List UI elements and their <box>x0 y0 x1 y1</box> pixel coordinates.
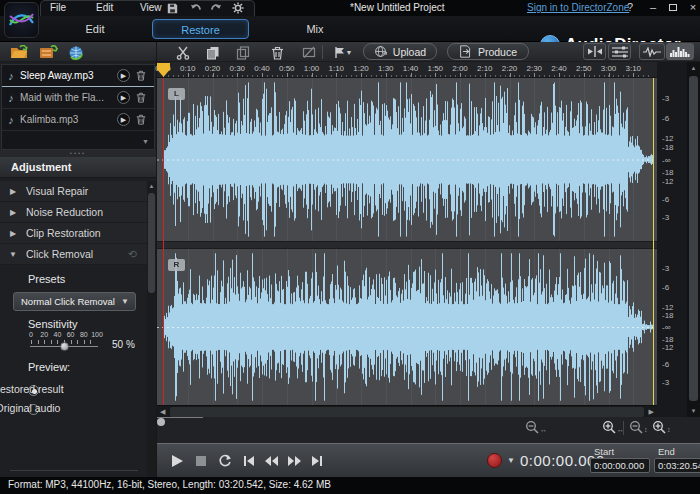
db-tick-label: -6 <box>662 360 669 369</box>
ruler-tick-label: 0:10 <box>180 64 196 73</box>
zoom-out-horizontal-icon[interactable]: ↔ <box>525 420 547 434</box>
file-row[interactable]: ♪Sleep Away.mp3▶ <box>2 65 154 87</box>
tab-edit[interactable]: Edit <box>60 19 130 39</box>
zoom-in-vertical-icon[interactable]: ↕ <box>652 420 671 434</box>
horizontal-scrollbar[interactable]: ◀ ▶ <box>157 405 657 417</box>
fit-selection-button[interactable] <box>583 43 606 60</box>
help-button[interactable]: ? <box>622 1 638 14</box>
ruler-tick-label: 2:20 <box>502 64 518 73</box>
waveform-view-button[interactable] <box>639 43 665 60</box>
channel-divider <box>157 241 657 249</box>
panel-splitter[interactable]: •••• <box>0 150 156 157</box>
preview-radio-original[interactable]: Original audio <box>28 400 147 419</box>
reset-icon[interactable]: ⟲ <box>128 248 137 261</box>
settings-gear-icon[interactable] <box>230 1 246 15</box>
sensitivity-label: Sensitivity <box>28 318 78 330</box>
play-preview-button[interactable]: ▶ <box>117 91 130 104</box>
ruler-tick-label: 3:00 <box>601 64 617 73</box>
scroll-up-icon[interactable]: ▲ <box>148 183 155 189</box>
preset-dropdown[interactable]: Normal Click Removal ▼ <box>13 292 136 311</box>
stop-button[interactable] <box>191 452 211 470</box>
trim-icon[interactable] <box>299 44 319 61</box>
preview-radio-restored[interactable]: Restored result <box>28 381 147 400</box>
signin-directorzone-link[interactable]: Sign in to DirectorZone <box>527 2 629 13</box>
db-tick-label: -6 <box>662 195 669 204</box>
remove-file-icon[interactable] <box>136 92 150 103</box>
undo-icon[interactable] <box>188 1 204 15</box>
scrollbar-thumb[interactable] <box>689 76 698 401</box>
scroll-down-icon[interactable]: ▼ <box>690 408 697 414</box>
waveform-left-channel[interactable] <box>157 78 657 241</box>
adjustment-section-clip-restoration[interactable]: ▶Clip Restoration <box>0 223 147 244</box>
close-button[interactable]: × <box>685 1 700 14</box>
loop-button[interactable] <box>215 452 235 470</box>
copy-icon[interactable] <box>203 44 223 61</box>
vertical-scrollbar[interactable]: ▲ ▼ <box>687 62 700 417</box>
menu-file[interactable]: File <box>50 2 66 13</box>
menu-edit[interactable]: Edit <box>96 2 113 13</box>
file-list-scroll-down-icon[interactable]: ▼ <box>142 138 149 145</box>
record-button[interactable] <box>487 453 502 468</box>
remove-file-icon[interactable] <box>136 114 150 125</box>
status-bar: Format: MP3, 44100Hz, 16-bit, Stereo, Le… <box>0 477 700 494</box>
end-field: End0:03:20.542 <box>654 446 700 473</box>
file-row[interactable]: ♪Maid with the Fla...▶ <box>2 87 154 109</box>
title-bar: FileEditView *New Untitled Project Sign … <box>0 0 700 16</box>
expand-arrow-icon: ▶ <box>0 229 26 238</box>
file-name: Maid with the Fla... <box>20 92 117 103</box>
import-audio-icon[interactable] <box>38 44 58 61</box>
clip-end-marker[interactable] <box>653 78 654 405</box>
remove-file-icon[interactable] <box>136 70 150 81</box>
rewind-button[interactable] <box>261 452 281 470</box>
db-tick-label: -6 <box>662 283 669 292</box>
marker-dropdown-icon[interactable]: ▼ <box>329 44 357 61</box>
play-preview-button[interactable]: ▶ <box>117 113 130 126</box>
file-name: Sleep Away.mp3 <box>20 70 117 81</box>
go-to-start-button[interactable] <box>239 452 259 470</box>
zoom-out-vertical-icon[interactable]: ↕ <box>629 420 648 434</box>
spectral-view-button[interactable] <box>666 43 694 60</box>
timeline-ruler[interactable]: 0:000:100:200:300:400:501:001:101:201:30… <box>157 62 657 78</box>
fast-forward-button[interactable] <box>284 452 304 470</box>
zoom-controls: ↔ ↔ ↕ ↕ <box>157 417 700 443</box>
end-value[interactable]: 0:03:20.542 <box>654 458 700 473</box>
scroll-left-icon[interactable]: ◀ <box>160 408 165 416</box>
sensitivity-slider-handle[interactable] <box>60 342 69 351</box>
minimize-button[interactable]: – <box>645 1 661 14</box>
play-preview-button[interactable]: ▶ <box>117 69 130 82</box>
tab-mix[interactable]: Mix <box>280 19 350 39</box>
upload-button[interactable]: Upload <box>363 43 437 60</box>
menu-view[interactable]: View <box>140 2 162 13</box>
adjustment-section-noise-reduction[interactable]: ▶Noise Reduction <box>0 202 147 223</box>
scroll-right-icon[interactable]: ▶ <box>649 408 654 416</box>
mode-tab-row: EditRestoreMix ↑ AudioDirector <box>0 16 700 42</box>
scroll-up-icon[interactable]: ▲ <box>690 65 697 71</box>
record-options-caret[interactable]: ▼ <box>507 456 515 465</box>
channel-mixer-button[interactable] <box>608 43 631 60</box>
paste-icon[interactable] <box>233 44 253 61</box>
delete-trash-icon[interactable] <box>267 44 287 61</box>
adjustment-scrollbar[interactable]: ▲ ▼ <box>147 181 156 494</box>
play-button[interactable] <box>167 452 187 470</box>
tab-restore[interactable]: Restore <box>152 19 249 39</box>
zoom-slider-handle[interactable] <box>157 418 165 426</box>
adjustment-section-click-removal[interactable]: ▼Click Removal⟲ <box>0 244 147 265</box>
scrollbar-thumb[interactable] <box>170 407 644 417</box>
redo-icon[interactable] <box>208 1 224 15</box>
ruler-tick-label: 2:00 <box>452 64 468 73</box>
scrollbar-thumb[interactable] <box>148 193 155 293</box>
save-icon[interactable] <box>164 1 180 15</box>
file-row[interactable]: ♪Kalimba.mp3▶ <box>2 109 154 131</box>
start-value[interactable]: 0:00:00.000 <box>590 458 650 473</box>
directorzone-globe-icon[interactable] <box>66 44 86 61</box>
playhead-line[interactable] <box>163 78 164 405</box>
maximize-button[interactable] <box>665 1 681 14</box>
open-media-icon[interactable] <box>9 44 29 61</box>
zoom-in-horizontal-icon[interactable]: ↔ <box>602 420 624 434</box>
cut-icon[interactable] <box>173 44 193 61</box>
zoom-slider[interactable] <box>157 417 203 418</box>
produce-button[interactable]: Produce <box>447 43 529 60</box>
waveform-right-channel[interactable] <box>157 249 657 405</box>
go-to-end-button[interactable] <box>307 452 327 470</box>
adjustment-section-visual-repair[interactable]: ▶Visual Repair <box>0 181 147 202</box>
